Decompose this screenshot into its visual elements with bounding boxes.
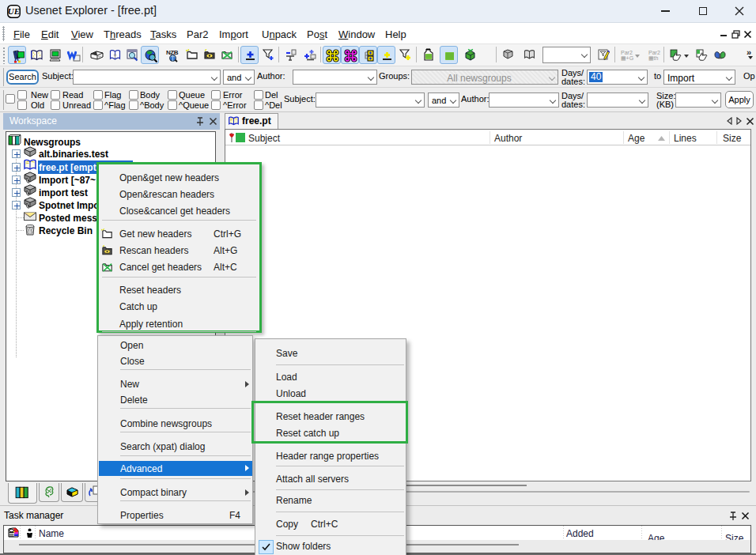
svg-text:Par2: Par2 — [621, 50, 633, 55]
svg-text:▦+G: ▦+G — [621, 55, 633, 61]
svg-text:▦th: ▦th — [648, 55, 659, 61]
svg-text:UE: UE — [8, 6, 20, 16]
svg-text:Par2: Par2 — [648, 50, 660, 55]
